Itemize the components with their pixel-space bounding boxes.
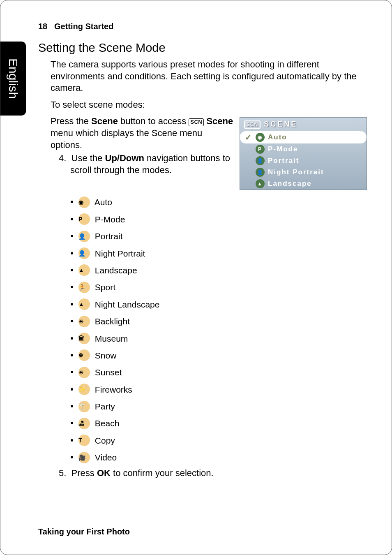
scene-menu-item[interactable]: ▲Landscape <box>240 178 367 190</box>
mode-item: ▲ Night Landscape <box>78 296 367 312</box>
scene-menu-item-icon: ▲ <box>256 179 265 188</box>
mode-label: Landscape <box>92 265 137 275</box>
mode-item: ❄ Snow <box>78 347 367 363</box>
backlight-icon: ☀ <box>78 316 90 327</box>
mode-item: 🏖 Beach <box>78 414 367 431</box>
scene-menu-item[interactable]: 👤Portrait <box>240 155 367 166</box>
check-icon: ✓ <box>245 132 252 142</box>
party-icon: 🍸 <box>78 401 90 412</box>
mode-label: Portrait <box>92 231 123 241</box>
footer-text: Taking your First Photo <box>38 527 130 536</box>
mode-item: 👤 Portrait <box>78 227 367 244</box>
page-header: 18 Getting Started <box>38 22 367 31</box>
select-paragraph: To select scene modes: <box>51 99 367 111</box>
mode-label: Sunset <box>92 368 122 377</box>
mode-item: 🍸 Party <box>78 398 367 414</box>
mode-item: 🏃 Sport <box>78 278 367 295</box>
mode-item: P P-Mode <box>78 210 367 227</box>
mode-item: 🎥 Video <box>78 449 367 465</box>
page-number: 18 <box>38 22 47 31</box>
sunset-icon: ☀ <box>78 367 90 378</box>
video-icon: 🎥 <box>78 452 90 463</box>
language-tab: English <box>0 42 26 116</box>
copy-icon: T <box>78 435 90 446</box>
scene-menu-item-label: Night Portrait <box>268 168 324 176</box>
mode-item: T Copy <box>78 432 367 449</box>
scene-menu-title: SCENE <box>264 120 297 129</box>
content-block: The camera supports various preset modes… <box>38 59 367 479</box>
scene-menu-title-row: SCN SCENE <box>240 118 367 131</box>
museum-icon: 🏛 <box>78 333 90 344</box>
scn-inline-icon: SCN <box>189 118 204 126</box>
mode-label: Night Portrait <box>92 248 145 258</box>
page-frame: English 18 Getting Started Setting the S… <box>0 0 392 555</box>
mode-label: Sport <box>92 282 115 292</box>
mode-item: 🏛 Museum <box>78 330 367 347</box>
scene-menu-item-label: P-Mode <box>268 145 298 153</box>
portrait-icon: 👤 <box>78 231 90 242</box>
scene-menu-item-label: Auto <box>268 133 287 141</box>
mode-item: 👤 Night Portrait <box>78 245 367 261</box>
mode-label: Museum <box>92 333 128 343</box>
fireworks-icon: ✨ <box>78 384 90 395</box>
scene-menu-item-icon: P <box>256 145 265 154</box>
scene-menu-item-icon: ◉ <box>256 133 265 142</box>
scene-menu-item-label: Landscape <box>268 180 312 188</box>
mode-item: ▲ Landscape <box>78 261 367 278</box>
night-landscape-icon: ▲ <box>78 298 90 310</box>
landscape-icon: ▲ <box>78 264 90 276</box>
mode-list: ◉ AutoP P-Mode👤 Portrait👤 Night Portrait… <box>51 193 367 465</box>
mode-label: Backlight <box>92 317 130 326</box>
mode-label: Auto <box>92 197 112 207</box>
mode-label: Copy <box>92 435 115 445</box>
scene-menu-item-label: Portrait <box>268 157 299 165</box>
mode-label: Beach <box>92 419 119 428</box>
mode-label: Night Landscape <box>92 299 159 309</box>
auto-icon: ◉ <box>78 197 90 208</box>
night-portrait-icon: 👤 <box>78 247 90 259</box>
mode-label: Snow <box>92 350 116 360</box>
scene-menu-item-icon: 👤 <box>256 168 265 177</box>
language-label: English <box>6 58 20 99</box>
snow-icon: ❄ <box>78 349 90 361</box>
mode-label: Fireworks <box>92 384 132 394</box>
pmode-icon: P <box>78 213 90 225</box>
intro-paragraph: The camera supports various preset modes… <box>51 59 367 94</box>
step-5: 5. Press OK to confirm your selection. <box>62 467 367 479</box>
mode-item: ☀ Sunset <box>78 363 367 380</box>
section-title: Setting the Scene Mode <box>38 41 367 55</box>
mode-label: Party <box>92 402 115 411</box>
press-instruction: Press the Scene button to access SCN Sce… <box>51 116 235 151</box>
step-4: 4. Use the Up/Down navigation buttons to… <box>62 153 235 176</box>
scene-menu-item[interactable]: 👤Night Portrait <box>240 166 367 178</box>
scene-menu-screenshot: SCN SCENE ✓◉AutoPP-Mode👤Portrait👤Night P… <box>240 117 367 190</box>
scene-menu-item[interactable]: PP-Mode <box>240 143 367 155</box>
scene-menu-badge: SCN <box>244 120 261 129</box>
mode-item: ◉ Auto <box>78 193 367 210</box>
scene-menu-item[interactable]: ✓◉Auto <box>240 131 365 143</box>
mode-item: ✨ Fireworks <box>78 381 367 398</box>
sport-icon: 🏃 <box>78 282 90 293</box>
chapter-title: Getting Started <box>54 22 113 31</box>
scene-menu-item-icon: 👤 <box>256 156 265 165</box>
mode-item: ☀ Backlight <box>78 312 367 329</box>
beach-icon: 🏖 <box>78 418 90 429</box>
mode-label: Video <box>92 453 117 462</box>
mode-label: P-Mode <box>92 214 125 224</box>
